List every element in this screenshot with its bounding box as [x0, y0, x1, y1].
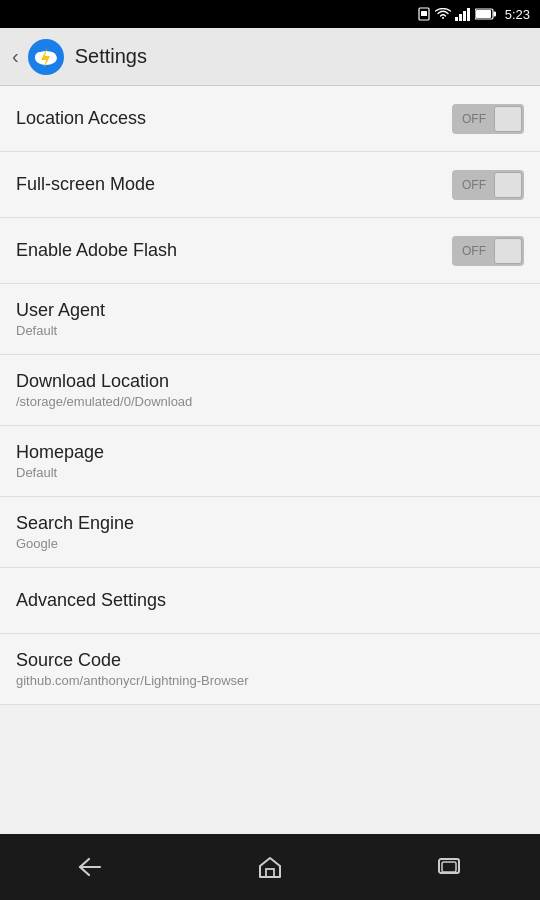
svg-rect-3 — [459, 14, 462, 21]
setting-text-fullscreen: Full-screen Mode — [16, 174, 452, 195]
svg-rect-5 — [467, 8, 470, 21]
nav-back-button[interactable] — [57, 846, 123, 888]
setting-text-location-access: Location Access — [16, 108, 452, 129]
toggle-thumb-adobe-flash — [494, 238, 522, 264]
setting-item-adobe-flash[interactable]: Enable Adobe Flash OFF — [0, 218, 540, 284]
status-time: 5:23 — [505, 7, 530, 22]
setting-text-advanced-settings: Advanced Settings — [16, 590, 524, 611]
toggle-fullscreen-label: OFF — [454, 178, 494, 192]
setting-label-fullscreen: Full-screen Mode — [16, 174, 452, 195]
back-button[interactable]: ‹ — [12, 45, 19, 68]
svg-rect-7 — [476, 10, 491, 18]
toggle-location-access[interactable]: OFF — [452, 104, 524, 134]
setting-label-source-code: Source Code — [16, 650, 524, 671]
sim-icon — [417, 7, 431, 21]
setting-item-location-access[interactable]: Location Access OFF — [0, 86, 540, 152]
nav-back-icon — [77, 856, 103, 878]
setting-item-homepage[interactable]: Homepage Default — [0, 426, 540, 497]
setting-item-user-agent[interactable]: User Agent Default — [0, 284, 540, 355]
setting-item-fullscreen[interactable]: Full-screen Mode OFF — [0, 152, 540, 218]
battery-icon — [475, 8, 497, 20]
toggle-thumb-location-access — [494, 106, 522, 132]
setting-text-source-code: Source Code github.com/anthonycr/Lightni… — [16, 650, 524, 688]
status-bar: 5:23 — [0, 0, 540, 28]
signal-icon — [455, 8, 471, 21]
toggle-fullscreen[interactable]: OFF — [452, 170, 524, 200]
svg-rect-4 — [463, 11, 466, 21]
nav-recents-icon — [437, 857, 463, 877]
setting-label-homepage: Homepage — [16, 442, 524, 463]
setting-text-user-agent: User Agent Default — [16, 300, 524, 338]
setting-sublabel-search-engine: Google — [16, 536, 524, 551]
setting-text-homepage: Homepage Default — [16, 442, 524, 480]
toggle-location-access-label: OFF — [454, 112, 494, 126]
setting-label-download-location: Download Location — [16, 371, 524, 392]
toolbar: ‹ Settings — [0, 28, 540, 86]
toggle-adobe-flash-label: OFF — [454, 244, 494, 258]
svg-rect-1 — [421, 11, 427, 16]
nav-home-button[interactable] — [238, 846, 302, 888]
app-logo — [27, 38, 65, 76]
setting-sublabel-download-location: /storage/emulated/0/Download — [16, 394, 524, 409]
status-icons: 5:23 — [417, 7, 530, 22]
setting-label-search-engine: Search Engine — [16, 513, 524, 534]
wifi-icon — [435, 8, 451, 20]
setting-label-user-agent: User Agent — [16, 300, 524, 321]
svg-rect-8 — [493, 12, 496, 17]
setting-sublabel-homepage: Default — [16, 465, 524, 480]
setting-text-download-location: Download Location /storage/emulated/0/Do… — [16, 371, 524, 409]
settings-list: Location Access OFF Full-screen Mode OFF… — [0, 86, 540, 834]
setting-item-advanced-settings[interactable]: Advanced Settings — [0, 568, 540, 634]
svg-rect-2 — [455, 17, 458, 21]
svg-rect-16 — [266, 869, 274, 877]
setting-sublabel-source-code: github.com/anthonycr/Lightning-Browser — [16, 673, 524, 688]
toggle-thumb-fullscreen — [494, 172, 522, 198]
setting-text-search-engine: Search Engine Google — [16, 513, 524, 551]
nav-recents-button[interactable] — [417, 847, 483, 887]
setting-label-adobe-flash: Enable Adobe Flash — [16, 240, 452, 261]
setting-item-search-engine[interactable]: Search Engine Google — [0, 497, 540, 568]
toggle-adobe-flash[interactable]: OFF — [452, 236, 524, 266]
svg-rect-18 — [442, 862, 456, 872]
nav-home-icon — [258, 856, 282, 878]
svg-marker-15 — [260, 858, 280, 877]
nav-bar — [0, 834, 540, 900]
setting-sublabel-user-agent: Default — [16, 323, 524, 338]
setting-label-advanced-settings: Advanced Settings — [16, 590, 524, 611]
setting-item-download-location[interactable]: Download Location /storage/emulated/0/Do… — [0, 355, 540, 426]
setting-label-location-access: Location Access — [16, 108, 452, 129]
setting-text-adobe-flash: Enable Adobe Flash — [16, 240, 452, 261]
setting-item-source-code[interactable]: Source Code github.com/anthonycr/Lightni… — [0, 634, 540, 705]
toolbar-title: Settings — [75, 45, 147, 68]
